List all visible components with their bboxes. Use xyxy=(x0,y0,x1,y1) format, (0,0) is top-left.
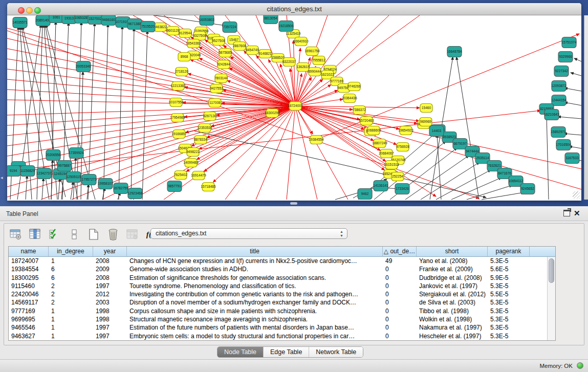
citation-edge[interactable] xyxy=(58,179,60,200)
graph-node[interactable]: 9427552 xyxy=(210,84,223,93)
graph-node[interactable]: 17954985 xyxy=(170,114,185,122)
graph-node[interactable]: 16210643 xyxy=(544,110,559,120)
graph-node[interactable]: 12213363 xyxy=(170,82,186,91)
graph-node[interactable]: 15718485 xyxy=(201,183,216,191)
graph-node[interactable]: 8878334 xyxy=(194,136,207,144)
column-header-year[interactable]: year xyxy=(93,247,127,256)
citation-edge[interactable] xyxy=(142,31,147,200)
column-header-short[interactable]: short xyxy=(417,247,488,256)
graph-node[interactable]: 15751074 xyxy=(561,37,577,48)
graph-node[interactable]: 19654923 xyxy=(398,126,413,135)
citation-edge[interactable] xyxy=(405,156,469,200)
table-row[interactable]: 969969511998Structural magnetic resonanc… xyxy=(9,315,555,323)
network-window-titlebar[interactable]: citations_edges.txt xyxy=(7,3,581,15)
tab-node-table[interactable]: Node Table xyxy=(217,347,264,357)
graph-node[interactable]: 9857791 xyxy=(167,181,182,192)
graph-node[interactable]: 12505115 xyxy=(67,172,81,183)
column-header-pagerank[interactable]: pagerank xyxy=(488,247,530,256)
unselect-rows-icon[interactable] xyxy=(68,228,81,241)
citation-edge[interactable] xyxy=(295,106,317,200)
delete-table-icon[interactable] xyxy=(106,228,120,241)
graph-node[interactable]: 18300295 xyxy=(265,109,280,118)
graph-node[interactable]: 7386372 xyxy=(353,106,366,115)
column-header-out-degree[interactable]: △ out_de… xyxy=(383,247,417,256)
graph-node[interactable]: 2718126 xyxy=(175,68,188,76)
graph-node[interactable]: 9466160 xyxy=(101,15,116,26)
graph-node[interactable]: 7357224 xyxy=(223,22,237,33)
graph-node[interactable]: 117008 xyxy=(209,99,221,107)
graph-node[interactable]: 20053346 xyxy=(76,61,91,72)
graph-node[interactable]: 17359924 xyxy=(69,148,84,159)
graph-node[interactable]: 1167533 xyxy=(565,153,579,164)
graph-node[interactable]: 20684067 xyxy=(379,149,394,158)
tab-network-table[interactable]: Network Table xyxy=(309,347,363,357)
tab-edge-table[interactable]: Edge Table xyxy=(264,347,309,357)
graph-node[interactable]: 252254 xyxy=(391,172,404,181)
graph-node[interactable]: 15460 xyxy=(420,104,432,113)
graph-node[interactable]: 9527508 xyxy=(212,37,225,46)
network-view-canvas[interactable]: 1872400718300295193845549463822960112891… xyxy=(7,15,581,200)
citation-edge[interactable] xyxy=(564,134,581,135)
citation-edge[interactable] xyxy=(42,178,43,200)
citation-edge[interactable] xyxy=(564,88,581,91)
citation-edge[interactable] xyxy=(547,115,549,200)
graph-node[interactable]: 14136141 xyxy=(373,181,388,191)
graph-node[interactable]: 9146821 xyxy=(258,50,272,58)
graph-node[interactable]: 5875685 xyxy=(219,49,232,57)
delete-column-icon[interactable] xyxy=(126,228,139,241)
graph-node[interactable]: 10688609 xyxy=(366,126,381,135)
graph-node[interactable]: 9329966 xyxy=(558,52,573,62)
graph-node[interactable]: 8968 xyxy=(178,53,190,61)
graph-node[interactable]: 9462 xyxy=(358,189,372,200)
graph-node[interactable]: 9463822 xyxy=(154,23,167,32)
citation-edge[interactable] xyxy=(437,135,441,200)
select-column-icon[interactable] xyxy=(29,228,42,241)
citation-edge[interactable] xyxy=(7,90,295,106)
graph-node[interactable]: 7955812 xyxy=(312,56,325,65)
graph-node[interactable]: 20364436 xyxy=(342,94,357,103)
graph-node[interactable]: 9756928 xyxy=(396,143,409,151)
citation-edge[interactable] xyxy=(467,185,512,200)
citation-edge[interactable] xyxy=(564,102,581,105)
graph-node[interactable]: 14035571 xyxy=(12,17,28,28)
graph-node[interactable]: 8990444 xyxy=(308,68,321,76)
scrollbar-thumb[interactable] xyxy=(549,258,554,283)
graph-node[interactable]: 7515520 xyxy=(141,21,155,32)
new-table-icon[interactable] xyxy=(87,228,100,241)
graph-node[interactable]: 9242844 xyxy=(217,60,230,69)
citation-edge[interactable] xyxy=(7,69,295,106)
graph-node[interactable]: 12444154 xyxy=(551,95,567,106)
table-row[interactable]: 946554611997Estimation of the future num… xyxy=(9,323,555,332)
graph-node[interactable]: 20891406 xyxy=(35,15,51,26)
graph-node[interactable]: 16640910 xyxy=(293,37,309,46)
graph-node[interactable]: 12923468 xyxy=(127,188,143,199)
window-resize-grip[interactable] xyxy=(573,191,580,199)
panel-collapse-arrow-icon[interactable]: ◂ xyxy=(1,175,3,180)
graph-node[interactable]: 19218506 xyxy=(278,21,294,32)
graph-node[interactable]: 9601128 xyxy=(166,27,180,35)
citation-edge[interactable] xyxy=(7,59,295,106)
graph-node[interactable]: 16914479 xyxy=(191,171,206,180)
graph-node[interactable]: 1527002 xyxy=(88,15,102,25)
table-row[interactable]: 911546021997Tourette syndrome. Phenomeno… xyxy=(9,282,555,290)
graph-node[interactable]: 8322037 xyxy=(282,58,296,67)
graph-node[interactable]: 12093872 xyxy=(551,81,567,92)
graph-node[interactable]: 19958107 xyxy=(98,179,113,189)
graph-node[interactable]: 9129544 xyxy=(179,29,192,38)
graph-node[interactable]: 16053803 xyxy=(199,15,214,26)
graph-node[interactable]: 11156829 xyxy=(20,166,35,177)
graph-node[interactable]: 8813054 xyxy=(264,15,278,24)
graph-node[interactable]: 16151512 xyxy=(384,161,399,169)
graph-node[interactable]: 14099483 xyxy=(183,159,199,167)
citation-edge[interactable] xyxy=(574,58,581,61)
graph-node[interactable]: 19166857 xyxy=(171,130,187,139)
table-row[interactable]: 977716911998Corpus callosum shape and si… xyxy=(9,307,555,315)
graph-node[interactable]: 9746266 xyxy=(347,82,361,91)
column-header-in-degree[interactable]: in_degree xyxy=(49,247,93,256)
close-panel-icon[interactable]: ✕ xyxy=(574,209,580,218)
citation-edge[interactable] xyxy=(88,23,95,200)
graph-node[interactable]: 9975887 xyxy=(57,161,72,171)
graph-node[interactable]: 7803144 xyxy=(214,74,228,83)
graph-node[interactable]: 18724007 xyxy=(288,102,303,111)
splitter-handle[interactable] xyxy=(290,202,297,205)
